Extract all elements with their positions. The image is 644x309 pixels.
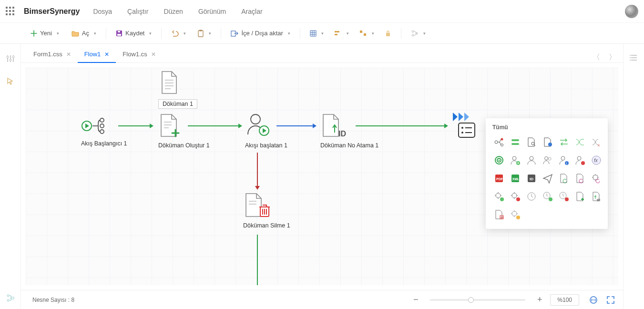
next-tab-icon[interactable]: 〉 (609, 52, 616, 62)
svg-rect-1 (117, 34, 121, 36)
folder-icon (72, 30, 79, 37)
new-button[interactable]: Yeni (27, 28, 63, 39)
paste-button[interactable] (194, 28, 215, 39)
gear-ok-icon[interactable] (492, 190, 506, 203)
target-icon[interactable] (492, 154, 506, 167)
gear-stop-icon[interactable] (509, 190, 522, 203)
svg-point-73 (516, 216, 520, 219)
node-flow-start[interactable]: Akış Başlangıcı 1 (81, 115, 127, 147)
close-icon[interactable]: ✕ (151, 51, 156, 58)
send-icon[interactable] (541, 172, 554, 185)
tab-label: Flow1.cs (123, 51, 147, 58)
svg-point-44 (530, 156, 533, 160)
zoom-value[interactable]: %100 (550, 294, 579, 306)
avatar[interactable] (625, 5, 638, 18)
document-delete-icon (243, 193, 271, 218)
doc-search-icon[interactable] (525, 135, 538, 149)
svg-rect-9 (364, 33, 366, 36)
zoom-in-button[interactable]: + (535, 295, 544, 305)
zoom-slider[interactable] (430, 299, 525, 300)
component-palette[interactable]: Tümü x i (486, 118, 608, 229)
apps-launcher-icon[interactable] (6, 7, 15, 16)
id-icon[interactable]: ID (525, 172, 538, 185)
list-icon[interactable] (630, 53, 638, 62)
clock-ok-icon[interactable] (541, 190, 554, 203)
function-icon[interactable]: fx (590, 154, 603, 167)
status-bar: Nesne Sayısı : 8 − + %100 (21, 290, 623, 309)
doc-delete-icon[interactable] (492, 208, 506, 221)
doc-new-icon[interactable] (573, 190, 587, 203)
node-document-delete[interactable]: Döküman Silme 1 (243, 193, 290, 229)
undo-button[interactable] (167, 28, 190, 39)
close-icon[interactable]: ✕ (66, 51, 71, 58)
clock-stop-icon[interactable] (557, 190, 571, 203)
menu-view[interactable]: Görünüm (198, 8, 226, 15)
node-document-1[interactable]: Döküman 1 (158, 71, 197, 109)
menu-edit[interactable]: Düzen (164, 8, 183, 15)
users-icon[interactable] (541, 154, 554, 167)
chevrons-form-icon (452, 112, 478, 139)
pdf-icon[interactable]: PDF (492, 172, 506, 185)
doc-cycle-icon[interactable] (573, 172, 587, 185)
hierarchy-button[interactable] (407, 28, 429, 39)
menu-file[interactable]: Dosya (93, 8, 112, 15)
doc-out-icon[interactable] (541, 135, 554, 149)
gear-cycle-icon[interactable] (590, 172, 603, 185)
save-button[interactable]: Kaydet (112, 28, 155, 39)
user-info-icon[interactable]: i (557, 154, 571, 167)
svg-rect-8 (360, 31, 362, 33)
svg-text:XML: XML (512, 177, 520, 181)
connector (355, 122, 450, 130)
clock-icon[interactable] (525, 190, 538, 203)
pointer-icon[interactable] (6, 77, 15, 86)
align-button[interactable] (330, 28, 353, 39)
gear-warn-icon[interactable] (509, 208, 522, 221)
svg-point-23 (100, 130, 104, 134)
connector (254, 234, 261, 285)
tab-label: Flow1 (84, 51, 101, 58)
swap-icon[interactable] (557, 135, 571, 149)
svg-point-41 (499, 160, 500, 161)
sliders-icon[interactable] (6, 54, 15, 63)
svg-rect-6 (335, 31, 339, 32)
canvas-wrap: Döküman 1 Akış Başlangıcı 1 (21, 63, 623, 290)
xml-icon[interactable]: XML (509, 172, 522, 185)
zoom-out-button[interactable]: − (411, 295, 420, 305)
menu-run[interactable]: Çalıştır (127, 8, 148, 15)
distribute-button[interactable] (356, 28, 378, 39)
close-icon[interactable]: ✕ (104, 51, 109, 58)
svg-point-69 (565, 197, 569, 201)
workflow-rail-icon[interactable] (6, 294, 15, 302)
user-icon[interactable] (525, 154, 538, 167)
user-plus-icon[interactable] (509, 154, 522, 167)
menu-tools[interactable]: Araçlar (241, 8, 262, 15)
canvas[interactable]: Döküman 1 Akış Başlangıcı 1 (26, 68, 618, 285)
node-document-id[interactable]: ID Döküman No Atama 1 (320, 113, 378, 149)
merge-x-icon[interactable]: x (590, 135, 603, 149)
svg-point-45 (545, 157, 548, 160)
node-endpoint[interactable] (452, 112, 478, 139)
tab-flow1[interactable]: Flow1 ✕ (78, 46, 116, 62)
svg-point-28 (461, 127, 463, 129)
tab-form1css[interactable]: Form1.css ✕ (27, 46, 78, 62)
import-export-button[interactable]: İçe / Dışa aktar (227, 28, 294, 39)
flow-branch-icon[interactable] (492, 135, 506, 149)
fullscreen-icon[interactable] (606, 295, 615, 305)
merge-right-icon[interactable] (573, 135, 587, 149)
open-button[interactable]: Aç (68, 28, 100, 39)
fit-width-icon[interactable] (589, 295, 598, 305)
prev-tab-icon[interactable]: 〈 (593, 52, 600, 62)
doc-id-icon[interactable]: ID (590, 190, 603, 203)
node-flow-initiator[interactable]: Akışı başlatan 1 (245, 113, 287, 149)
node-label: Döküman Silme 1 (243, 222, 290, 229)
new-label: Yeni (40, 30, 52, 37)
lock-button[interactable] (381, 28, 395, 39)
grid-toggle-button[interactable] (306, 28, 327, 39)
svg-point-16 (12, 56, 14, 58)
svg-rect-7 (335, 34, 337, 35)
tab-flow1cs[interactable]: Flow1.cs ✕ (116, 46, 162, 62)
node-document-create[interactable]: Döküman Oluştur 1 (158, 113, 210, 149)
doc-refresh-icon[interactable] (557, 172, 571, 185)
parallel-icon[interactable] (509, 135, 522, 149)
user-stop-icon[interactable] (573, 154, 587, 167)
